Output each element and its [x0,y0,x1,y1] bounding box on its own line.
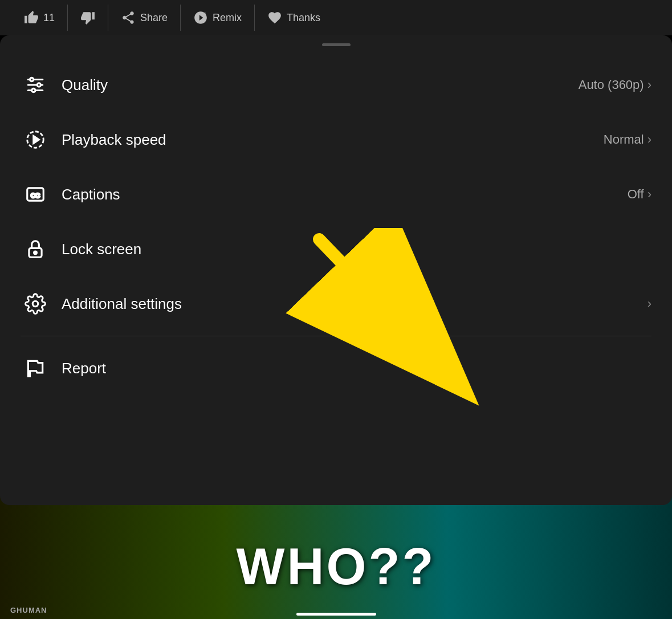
playback-speed-label: Playback speed [62,131,604,149]
svg-text:CC: CC [31,192,40,199]
additional-settings-chevron: › [647,296,651,311]
additional-settings-icon [21,289,50,319]
playback-speed-value: Normal › [604,132,651,147]
svg-point-3 [30,78,34,81]
share-button[interactable]: Share [108,5,181,31]
svg-point-4 [37,83,40,87]
menu-divider [21,336,651,336]
additional-settings-value: › [647,296,651,311]
video-background: WHO?? GHUMAN [0,494,672,619]
thanks-button[interactable]: Thanks [255,5,333,31]
video-label: GHUMAN [10,606,47,614]
captions-menu-item[interactable]: CC Captions Off › [0,167,672,222]
additional-settings-menu-item[interactable]: Additional settings › [0,276,672,331]
report-label: Report [62,360,651,377]
svg-marker-7 [34,136,39,144]
share-label: Share [140,12,168,24]
captions-icon: CC [21,180,50,209]
playback-speed-chevron: › [647,132,651,147]
lock-screen-icon [21,234,50,264]
thanks-label: Thanks [287,12,320,24]
report-menu-item[interactable]: Report [0,341,672,396]
thumbs-up-icon [24,10,39,25]
quality-label: Quality [62,76,579,94]
captions-chevron: › [647,187,651,202]
share-icon [121,10,136,25]
quality-value: Auto (360p) › [579,78,651,92]
quality-icon [21,70,50,100]
thumbs-down-icon [80,10,95,25]
svg-point-5 [32,88,35,92]
playback-speed-icon [21,125,50,154]
remix-icon [193,10,208,25]
quality-chevron: › [647,78,651,92]
captions-label: Captions [62,186,628,203]
like-button[interactable]: 11 [11,5,68,31]
video-text: WHO?? [237,537,436,596]
lock-screen-label: Lock screen [62,241,651,258]
quality-menu-item[interactable]: Quality Auto (360p) › [0,58,672,112]
report-icon [21,353,50,383]
svg-point-12 [32,301,38,307]
remix-button[interactable]: Remix [181,5,255,31]
captions-value: Off › [628,187,651,202]
top-action-bar: 11 Share Remix Thanks [0,0,672,35]
svg-point-11 [34,251,37,254]
playback-speed-menu-item[interactable]: Playback speed Normal › [0,112,672,167]
additional-settings-label: Additional settings [62,295,647,313]
drag-handle[interactable] [322,43,351,46]
lock-screen-menu-item[interactable]: Lock screen [0,222,672,276]
thanks-icon [267,10,282,25]
like-count: 11 [43,12,55,24]
dislike-button[interactable] [68,5,108,31]
bottom-sheet: Quality Auto (360p) › Playback speed Nor… [0,35,672,505]
home-indicator [296,613,376,616]
remix-label: Remix [213,12,242,24]
